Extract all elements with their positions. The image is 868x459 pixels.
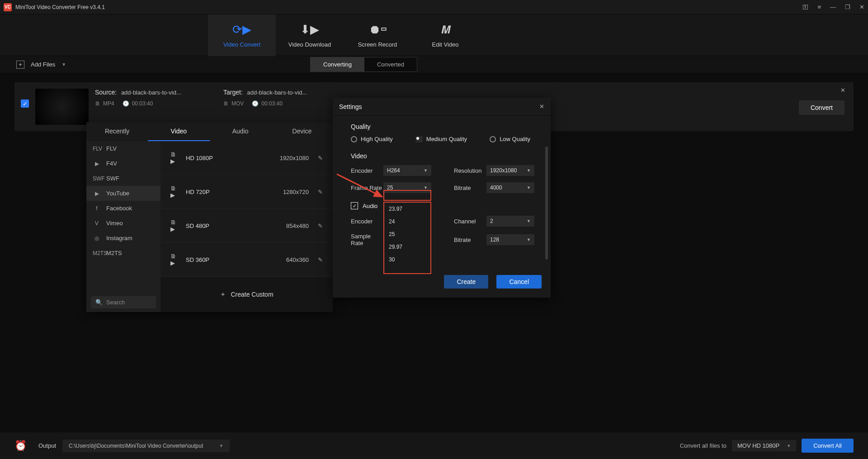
tab-label: Screen Record [358,41,397,48]
edit-icon[interactable]: ✎ [318,256,323,263]
format-tab-video[interactable]: Video [148,122,209,141]
channel-label: Channel [454,218,486,225]
chevron-down-icon: ▼ [219,444,223,448]
encoder-select[interactable]: H264▼ [383,165,431,176]
tab-screen-record[interactable]: ⏺▭ Screen Record [344,14,411,56]
tab-video-convert[interactable]: ⟳▶ Video Convert [208,14,276,56]
tab-video-download[interactable]: ⬇▶ Video Download [276,14,344,56]
source-filename: add-black-bars-to-vid... [121,89,181,96]
vimeo-icon: V [93,220,101,227]
preset-hd-1080p[interactable]: 🗎▶ HD 1080P 1920x1080 ✎ [160,141,333,175]
file-icon: 🗎 [95,100,100,107]
tab-edit-video[interactable]: 𝙈 Edit Video [411,14,479,56]
output-path-select[interactable]: C:\Users\bj\Documents\MiniTool Video Con… [62,440,230,452]
target-label: Target: [223,89,243,96]
settings-close-icon[interactable]: ✕ [539,103,544,110]
cat-f4v[interactable]: ▶F4V [86,156,160,171]
format-search-input[interactable]: 🔍 Search [91,296,156,308]
convert-all-format-select[interactable]: MOV HD 1080P ▼ [732,440,796,451]
quality-section-label: Quality [351,123,533,130]
tab-converting[interactable]: Converting [311,57,364,71]
cat-instagram[interactable]: ◎Instagram [86,231,160,246]
output-label: Output [38,442,56,449]
plus-icon: ＋ [220,290,226,298]
edit-icon[interactable]: ✎ [318,189,323,195]
convert-button[interactable]: Convert [799,100,844,115]
quality-low-radio[interactable]: Low Quality [490,136,530,142]
source-label: Source: [95,89,117,96]
frame-rate-option[interactable]: 30 [384,253,430,266]
audio-bitrate-select[interactable]: 128▼ [486,234,534,245]
preset-sd-480p[interactable]: 🗎▶ SD 480P 854x480 ✎ [160,209,333,243]
format-categories[interactable]: FLVFLV ▶F4V SWFSWF ▶YouTube fFacebook VV… [86,141,160,312]
cat-m2ts[interactable]: M2TSM2TS [86,246,160,260]
frame-rate-option[interactable]: 25 [384,228,430,241]
edit-icon[interactable]: ✎ [318,222,323,229]
quality-high-radio[interactable]: High Quality [351,136,393,142]
key-icon[interactable]: ⚿ [802,4,808,10]
preset-hd-720p[interactable]: 🗎▶ HD 720P 1280x720 ✎ [160,175,333,209]
scheduler-icon[interactable]: ⏰ [14,440,27,452]
file-icon: 🗎 [223,100,229,107]
cat-swf[interactable]: SWFSWF [86,171,160,186]
item-close-icon[interactable]: ✕ [840,87,845,94]
add-files-button[interactable]: + Add Files ▼ [16,61,66,69]
item-thumbnail[interactable] [35,89,89,125]
tab-converted[interactable]: Converted [364,57,417,71]
document-icon: 🗎▶ [170,219,179,232]
close-icon[interactable]: ✕ [859,4,864,10]
edit-icon[interactable]: ✎ [318,155,323,161]
format-tab-audio[interactable]: Audio [210,122,271,141]
frame-rate-dropdown[interactable]: 23.97 24 25 29.97 30 [384,203,430,266]
frame-rate-option[interactable]: 24 [384,215,430,228]
tab-label: Edit Video [432,41,458,48]
document-icon: 🗎▶ [170,185,179,199]
frame-rate-option[interactable]: 23.97 [384,203,430,215]
resolution-select[interactable]: 1920x1080▼ [486,165,534,176]
cancel-button[interactable]: Cancel [496,275,542,289]
cat-facebook[interactable]: fFacebook [86,201,160,216]
target-filename: add-black-bars-to-vid... [247,89,307,96]
document-icon: 🗎▶ [170,151,179,165]
chevron-down-icon: ▼ [527,219,531,223]
preset-sd-360p[interactable]: 🗎▶ SD 360P 640x360 ✎ [160,243,333,277]
format-tab-device[interactable]: Device [271,122,333,141]
clock-icon: 🕘 [252,100,259,107]
bitrate-label: Bitrate [454,185,486,191]
convert-all-button[interactable]: Convert All [802,439,854,453]
video-section-label: Video [351,152,533,160]
menu-icon[interactable]: ≡ [817,4,821,10]
create-button[interactable]: Create [444,275,488,289]
converting-tabs: Converting Converted [310,57,417,72]
video-download-icon: ⬇▶ [300,23,319,37]
add-files-label: Add Files [31,61,55,68]
frame-rate-select[interactable]: 25▼ [383,182,431,193]
settings-title: Settings [339,103,539,110]
minimize-icon[interactable]: — [830,4,836,10]
m2ts-icon: M2TS [93,250,101,256]
format-tab-recently[interactable]: Recently [86,122,148,141]
video-convert-icon: ⟳▶ [232,23,251,37]
chevron-down-icon: ▼ [527,168,531,173]
encoder-label: Encoder [351,167,383,174]
facebook-icon: f [93,205,101,212]
source-duration: 00:03:40 [132,100,153,107]
create-custom-button[interactable]: ＋ Create Custom [160,277,333,312]
settings-dialog: Settings ✕ Quality High Quality Medium Q… [333,98,551,298]
audio-checkbox[interactable]: ✓ [351,202,358,209]
target-ext: MOV [231,100,244,107]
chevron-down-icon: ▼ [527,185,531,190]
settings-scrollbar[interactable] [545,147,548,260]
cat-vimeo[interactable]: VVimeo [86,216,160,231]
quality-medium-radio[interactable]: Medium Quality [415,136,467,142]
item-checkbox[interactable]: ✓ [21,99,29,108]
bitrate-select[interactable]: 4000▼ [486,182,534,193]
cat-flv[interactable]: FLVFLV [86,141,160,156]
plus-icon: + [16,61,24,69]
format-panel: Recently Video Audio Device FLVFLV ▶F4V … [86,122,333,312]
maximize-icon[interactable]: ❐ [845,4,850,10]
frame-rate-option[interactable]: 29.97 [384,241,430,253]
cat-youtube[interactable]: ▶YouTube [86,186,160,201]
audio-bitrate-label: Bitrate [454,237,486,243]
channel-select[interactable]: 2▼ [486,216,534,227]
